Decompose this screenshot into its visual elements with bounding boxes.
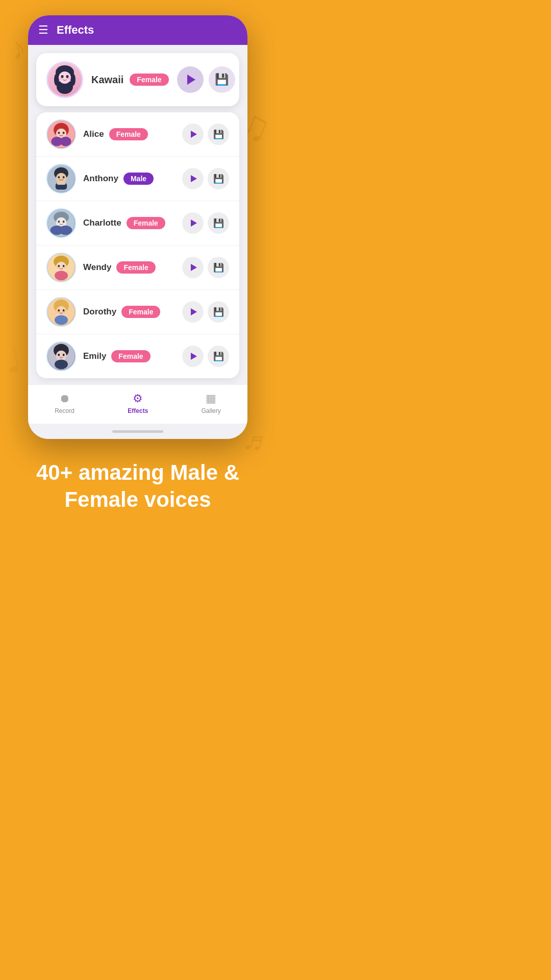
kawaii-avatar-svg — [49, 64, 80, 95]
svg-point-6 — [61, 75, 64, 78]
home-indicator — [28, 424, 247, 439]
avatar-anthony — [46, 164, 76, 193]
svg-point-44 — [57, 311, 60, 313]
play-button-wendy[interactable] — [182, 257, 204, 278]
record-nav-icon: ⏺ — [59, 392, 70, 405]
selected-voice-card: Kawaii Female 💾 — [36, 53, 239, 106]
avatar-dorothy — [46, 297, 76, 327]
voice-actions-emily: 💾 — [182, 346, 229, 367]
voice-name-emily: Emily — [83, 351, 106, 361]
save-icon-dorothy: 💾 — [213, 307, 224, 317]
home-bar — [112, 430, 163, 433]
save-icon-wendy: 💾 — [213, 262, 224, 273]
avatar-wendy — [46, 253, 76, 282]
play-arrow-wendy — [191, 264, 197, 271]
svg-point-21 — [63, 176, 65, 179]
music-note-3: ♩ — [2, 337, 26, 381]
svg-point-14 — [63, 132, 65, 134]
save-icon-anthony: 💾 — [213, 174, 224, 184]
anthony-avatar-svg — [47, 165, 75, 192]
nav-item-record[interactable]: ⏺ Record — [44, 390, 85, 416]
voice-gender-emily: Female — [111, 350, 150, 362]
svg-point-13 — [58, 132, 60, 134]
voice-info-emily: Emily Female — [83, 350, 175, 362]
save-button-emily[interactable]: 💾 — [208, 346, 229, 367]
svg-point-49 — [56, 351, 66, 361]
save-button-wendy[interactable]: 💾 — [208, 257, 229, 278]
voice-info-alice: Alice Female — [83, 128, 175, 140]
hamburger-icon[interactable]: ☰ — [38, 24, 48, 36]
avatar-charlotte — [46, 208, 76, 238]
voice-item-charlotte[interactable]: Charlotte Female 💾 — [36, 201, 239, 246]
svg-point-19 — [56, 173, 66, 183]
save-button-charlotte[interactable]: 💾 — [208, 212, 229, 234]
voice-item-wendy[interactable]: Wendy Female 💾 — [36, 246, 239, 290]
wendy-avatar-svg — [47, 254, 75, 281]
save-button-anthony[interactable]: 💾 — [208, 168, 229, 189]
bottom-text-section: 40+ amazing Male & Female voices — [0, 439, 276, 533]
voice-gender-anthony: Male — [123, 173, 154, 185]
voice-name-anthony: Anthony — [83, 174, 118, 184]
play-arrow-dorothy — [191, 308, 197, 315]
nav-item-gallery[interactable]: ▦ Gallery — [191, 390, 231, 416]
voice-info-anthony: Anthony Male — [83, 173, 175, 185]
svg-point-46 — [55, 315, 68, 325]
svg-point-16 — [60, 137, 71, 146]
selected-voice-avatar — [46, 61, 83, 98]
selected-play-button[interactable] — [177, 66, 204, 93]
voice-item-emily[interactable]: Emily Female 💾 — [36, 334, 239, 378]
voice-name-wendy: Wendy — [83, 262, 111, 273]
voice-info-charlotte: Charlotte Female — [83, 217, 175, 229]
play-arrow-icon — [187, 75, 195, 85]
svg-point-28 — [63, 220, 65, 223]
svg-rect-23 — [57, 182, 66, 185]
save-icon-alice: 💾 — [213, 129, 224, 140]
play-arrow-emily — [191, 353, 197, 360]
voice-item-dorothy[interactable]: Dorothy Female 💾 — [36, 290, 239, 334]
save-button-alice[interactable]: 💾 — [208, 124, 229, 145]
svg-point-50 — [58, 354, 60, 356]
play-arrow-charlotte — [191, 219, 197, 227]
save-icon: 💾 — [215, 73, 229, 86]
voice-item-anthony[interactable]: Anthony Male 💾 — [36, 157, 239, 201]
music-note-1: ♪ — [6, 29, 30, 67]
svg-point-3 — [54, 74, 59, 86]
svg-point-9 — [67, 78, 70, 80]
save-icon-emily: 💾 — [213, 351, 224, 362]
selected-voice-actions: 💾 — [177, 66, 235, 93]
svg-point-7 — [66, 75, 69, 78]
play-button-emily[interactable] — [182, 346, 204, 367]
voice-gender-charlotte: Female — [127, 217, 165, 229]
svg-point-45 — [63, 311, 66, 313]
dorothy-avatar-svg — [47, 298, 75, 326]
voice-gender-dorothy: Female — [121, 306, 160, 318]
voice-name-charlotte: Charlotte — [83, 218, 121, 228]
gallery-nav-icon: ▦ — [206, 392, 216, 405]
nav-item-effects[interactable]: ⚙ Effects — [117, 390, 158, 416]
play-button-dorothy[interactable] — [182, 301, 204, 323]
voice-actions-wendy: 💾 — [182, 257, 229, 278]
bottom-nav: ⏺ Record ⚙ Effects ▦ Gallery — [28, 384, 247, 424]
phone-frame: ☰ Effects — [28, 15, 247, 439]
voice-actions-charlotte: 💾 — [182, 212, 229, 234]
svg-point-27 — [58, 220, 60, 223]
voice-list: Alice Female 💾 — [36, 112, 239, 378]
voice-info-wendy: Wendy Female — [83, 261, 175, 274]
app-bar: ☰ Effects — [28, 15, 247, 45]
play-button-alice[interactable] — [182, 124, 204, 145]
headline-text: 40+ amazing Male & Female voices — [15, 459, 260, 513]
charlotte-avatar-svg — [47, 209, 75, 237]
svg-point-52 — [55, 360, 68, 370]
play-button-anthony[interactable] — [182, 168, 204, 189]
svg-point-8 — [59, 78, 62, 80]
voice-gender-alice: Female — [109, 128, 148, 140]
voice-info-dorothy: Dorothy Female — [83, 306, 175, 318]
save-button-dorothy[interactable]: 💾 — [208, 301, 229, 323]
svg-point-20 — [58, 176, 60, 179]
avatar-alice — [46, 119, 76, 149]
voice-item-alice[interactable]: Alice Female 💾 — [36, 112, 239, 157]
svg-point-4 — [70, 74, 76, 86]
play-arrow-anthony — [191, 175, 197, 182]
play-button-charlotte[interactable] — [182, 212, 204, 234]
selected-save-button[interactable]: 💾 — [209, 66, 235, 93]
